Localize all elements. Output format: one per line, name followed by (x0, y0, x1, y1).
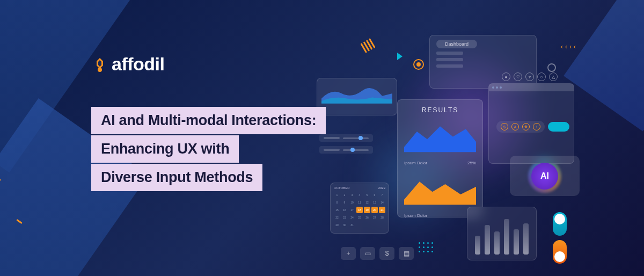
calendar-day: 30 (341, 222, 348, 228)
calendar-day: 1 (334, 192, 340, 198)
browser-titlebar (489, 84, 574, 91)
headline-line-3: Diverse Input Methods (91, 164, 262, 191)
chart-bar (494, 231, 500, 255)
calendar-day: 7 (379, 192, 385, 198)
calendar-widget: OCTOBER 2023 1 2 3 4 5 6 7 8 9 10 11 12 … (330, 183, 389, 234)
content-area: affodil AI and Multi-modal Interactions:… (91, 54, 326, 191)
share-icon: △ (549, 72, 558, 81)
ai-label: AI (540, 171, 549, 181)
window-control-icon (492, 86, 494, 89)
legend-label: Ipsum Dolor (404, 161, 427, 165)
chart-bar (485, 225, 490, 255)
toggle-switches (553, 212, 567, 264)
illustration-area: ‹‹‹‹ Dashboard ● ♡ ▿ ○ △ RESULTS (290, 16, 590, 268)
brand-logo: affodil (91, 54, 326, 75)
headline-line-1: AI and Multi-modal Interactions: (91, 107, 326, 134)
card-icon: ▭ (360, 247, 375, 260)
action-pill (548, 122, 569, 132)
decorative-lines-icon (360, 38, 375, 53)
svg-point-0 (98, 68, 102, 72)
headline-line-2: Enhancing UX with (91, 135, 239, 163)
results-heading: RESULTS (404, 106, 476, 114)
calendar-day-selected: 19 (364, 207, 370, 213)
action-button-row: + ▭ $ ▤ (341, 247, 414, 260)
calendar-day: 17 (349, 207, 355, 213)
heart-icon: ♡ (514, 72, 522, 81)
calendar-day: 9 (341, 199, 348, 206)
toggle-switch (553, 212, 567, 236)
ai-circle-icon: AI (531, 163, 558, 190)
chart-icon: ▤ (399, 247, 414, 260)
calendar-day-selected: 18 (356, 207, 363, 213)
decorative-dots-icon (419, 242, 433, 252)
legend-value: 25% (467, 161, 476, 165)
plus-icon: + (341, 247, 356, 260)
window-control-icon (496, 86, 498, 89)
letter-a-icon: A (511, 123, 519, 130)
menu-item (436, 58, 463, 61)
calendar-day: 12 (364, 199, 370, 206)
slider-thumb (350, 148, 355, 152)
toggle-knob (554, 214, 565, 224)
slider-track (343, 137, 369, 139)
window-control-icon (500, 86, 502, 89)
area-chart-icon (321, 83, 392, 104)
calendar-day: 27 (371, 214, 378, 221)
decorative-arrows-icon: ‹‹‹‹ (561, 43, 576, 50)
slider-label (324, 137, 340, 139)
calendar-day: 6 (371, 192, 378, 198)
calendar-day: 15 (334, 207, 340, 213)
play-icon (397, 53, 402, 60)
calendar-day: 8 (334, 199, 340, 206)
chart-bar (514, 229, 519, 255)
decorative-circle-icon (413, 59, 424, 70)
calendar-day: 14 (379, 199, 385, 206)
calendar-day: 31 (349, 222, 355, 228)
headline-block: AI and Multi-modal Interactions: Enhanci… (91, 107, 326, 191)
dashboard-tab: Dashboard (436, 40, 477, 48)
mini-chart-panel (317, 78, 397, 115)
calendar-day: 13 (371, 199, 378, 206)
results-panel: RESULTS Ipsum Dolor 25% Ipsum Dolor 25% (397, 99, 483, 217)
chart-bar (523, 223, 529, 255)
calendar-day: 22 (334, 214, 340, 221)
ai-badge-panel: AI (510, 156, 580, 196)
dollar-icon: $ (501, 123, 508, 130)
calendar-day: 5 (364, 192, 370, 198)
slider-control (319, 146, 373, 154)
circle-icon: ○ (537, 72, 546, 81)
slider-control (319, 134, 373, 142)
chart-bar (475, 236, 480, 255)
toggle-knob (554, 251, 565, 262)
calendar-day: 16 (341, 207, 348, 213)
calendar-month: OCTOBER (334, 186, 350, 190)
calendar-day: 11 (356, 199, 363, 206)
slider-controls (319, 134, 373, 154)
mountain-chart-icon (404, 119, 476, 154)
chart-legend-row: Ipsum Dolor 25% (404, 161, 476, 165)
legend-label: Ipsum Dolor (404, 213, 427, 218)
slider-thumb (358, 136, 363, 140)
slider-label (324, 149, 340, 151)
mountain-chart-icon (404, 172, 476, 207)
calendar-header: OCTOBER 2023 (334, 186, 385, 190)
chart-legend-row: Ipsum Dolor 25% (404, 213, 476, 218)
bar-chart-panel (467, 207, 537, 260)
icon-pill: $ A ⊕ ! (496, 121, 545, 133)
bookmark-icon: ▿ (525, 72, 534, 81)
brand-name: affodil (112, 54, 164, 75)
toolbar-icons: ● ♡ ▿ ○ △ (502, 72, 558, 81)
calendar-day: 29 (334, 222, 340, 228)
calendar-day: 25 (356, 214, 363, 221)
calendar-day-selected: 20 (371, 207, 378, 213)
calendar-day: 10 (349, 199, 355, 206)
calendar-day: 2 (341, 192, 348, 198)
toggle-switch (553, 240, 567, 264)
daffodil-logo-icon (91, 56, 108, 73)
decorative-ring-icon (547, 63, 556, 72)
action-icon: ● (502, 72, 510, 81)
slider-track (343, 149, 369, 151)
menu-item (436, 64, 463, 68)
calendar-year: 2023 (378, 186, 385, 190)
dollar-icon: $ (379, 247, 394, 260)
